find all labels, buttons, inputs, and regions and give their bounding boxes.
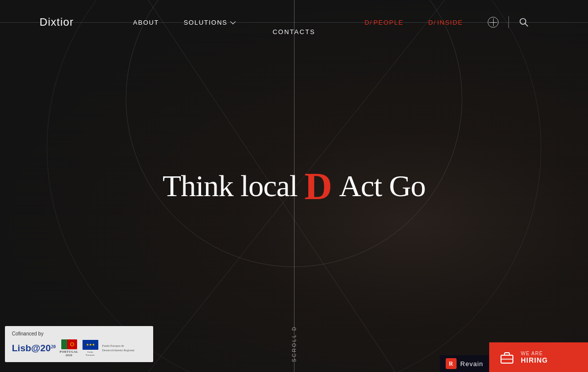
revain-label: Revain	[461, 360, 483, 368]
nav-contacts-container: CONTACTS	[273, 27, 316, 36]
hero-text-left: Think local	[163, 168, 297, 204]
hero-d-letter: D	[304, 167, 332, 206]
navigation: Dixtior ABOUT SOLUTIONS D/PEOPLE D/INSID…	[0, 0, 588, 44]
hero-section: Think local D Act Go	[163, 167, 425, 206]
fund-text: Fundo Europeu deDesenvolvimento Regional	[102, 344, 135, 352]
pt-flag	[61, 339, 77, 349]
chevron-down-icon	[230, 19, 236, 24]
nav-about[interactable]: ABOUT	[133, 19, 159, 26]
hiring-label: HIRING	[521, 356, 548, 364]
nav-right-group: D/PEOPLE D/INSIDE	[365, 16, 529, 28]
eu-logo: ★★★ UniãoEuropeia	[83, 340, 98, 357]
badge-logos-group: Lisb@2020 PORTUGAL2020 ★★★ UniãoEuropeia…	[12, 339, 146, 357]
svg-line-5	[525, 24, 528, 27]
hiring-badge[interactable]: WE ARE HIRING	[489, 342, 588, 372]
nav-icons-group	[488, 16, 529, 28]
nav-left-group: ABOUT SOLUTIONS	[133, 19, 234, 26]
scroll-label: SCROLL D	[292, 326, 297, 362]
search-icon[interactable]	[519, 17, 529, 27]
revain-badge[interactable]: R Revain	[440, 355, 489, 372]
nav-inside[interactable]: D/INSIDE	[428, 19, 463, 26]
cofinanced-label: Cofinanced by	[12, 331, 146, 336]
brand-logo[interactable]: Dixtior	[40, 16, 74, 29]
briefcase-icon	[499, 349, 515, 365]
nav-contacts[interactable]: CONTACTS	[273, 28, 316, 36]
revain-icon: R	[446, 358, 457, 369]
lisb-logo: Lisb@2020	[12, 343, 56, 354]
nav-solutions[interactable]: SOLUTIONS	[184, 19, 235, 26]
icon-divider	[508, 16, 509, 28]
hero-text-right: Act Go	[339, 168, 425, 204]
scroll-indicator: SCROLL D	[292, 326, 297, 362]
cofinanced-badge: Cofinanced by Lisb@2020 PORTUGAL2020 ★★★…	[5, 326, 153, 362]
hiring-we-are-label: WE ARE	[521, 351, 548, 356]
nav-people[interactable]: D/PEOPLE	[365, 19, 404, 26]
globe-icon[interactable]	[488, 17, 499, 28]
portugal2020-logo: PORTUGAL2020	[60, 339, 79, 357]
svg-point-4	[520, 19, 526, 25]
hero-d-logo: D	[297, 167, 339, 206]
hiring-text-group: WE ARE HIRING	[521, 351, 548, 364]
